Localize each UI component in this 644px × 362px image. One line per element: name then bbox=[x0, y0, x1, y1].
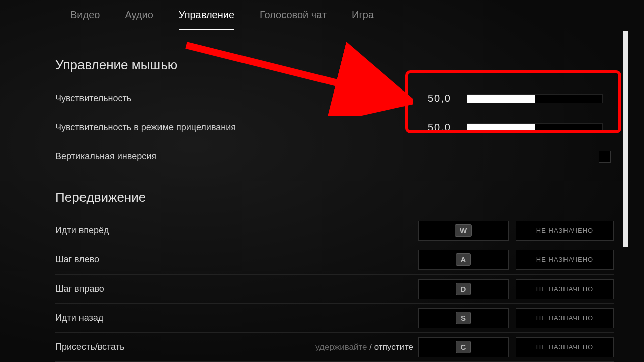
bind-primary-move-back[interactable]: S bbox=[418, 308, 509, 328]
row-strafe-left: Шаг влево A НЕ НАЗНАЧЕНО bbox=[55, 245, 614, 275]
value-ads-sensitivity: 50,0 bbox=[428, 122, 458, 133]
settings-panel: Управление мышью Чувствительность 50,0 Ч… bbox=[0, 30, 644, 362]
tab-video[interactable]: Видео bbox=[70, 9, 100, 30]
bind-secondary-move-back[interactable]: НЕ НАЗНАЧЕНО bbox=[516, 308, 614, 328]
label-strafe-left: Шаг влево bbox=[55, 254, 418, 265]
row-invert-y: Вертикальная инверсия bbox=[55, 142, 614, 171]
row-strafe-right: Шаг вправо D НЕ НАЗНАЧЕНО bbox=[55, 275, 614, 304]
label-move-back: Идти назад bbox=[55, 313, 418, 323]
slider-ads-sensitivity[interactable] bbox=[467, 123, 603, 132]
hint-crouch: удерживайте / отпустите bbox=[315, 342, 413, 352]
tab-audio[interactable]: Аудио bbox=[125, 9, 153, 30]
keycap-strafe-right: D bbox=[456, 283, 471, 295]
keycap-move-forward: W bbox=[455, 224, 472, 237]
bind-primary-crouch[interactable]: C bbox=[418, 337, 509, 357]
tab-controls[interactable]: Управление bbox=[179, 9, 234, 30]
row-ads-sensitivity: Чувствительность в режиме прицеливания 5… bbox=[55, 113, 614, 142]
keycap-strafe-left: A bbox=[456, 253, 471, 266]
tab-voicechat[interactable]: Голосовой чат bbox=[260, 9, 327, 30]
row-move-forward: Идти вперёд W НЕ НАЗНАЧЕНО bbox=[55, 216, 614, 245]
keycap-crouch: C bbox=[456, 341, 471, 353]
bind-secondary-strafe-right[interactable]: НЕ НАЗНАЧЕНО bbox=[516, 279, 614, 299]
section-title-mouse: Управление мышью bbox=[55, 57, 614, 73]
label-move-forward: Идти вперёд bbox=[55, 225, 418, 236]
bind-secondary-strafe-left[interactable]: НЕ НАЗНАЧЕНО bbox=[516, 250, 614, 270]
bind-secondary-crouch[interactable]: НЕ НАЗНАЧЕНО bbox=[516, 337, 614, 357]
row-move-back: Идти назад S НЕ НАЗНАЧЕНО bbox=[55, 304, 614, 333]
bind-primary-move-forward[interactable]: W bbox=[418, 221, 509, 241]
row-crouch: Присесть/встать удерживайте / отпустите … bbox=[55, 333, 614, 362]
bind-primary-strafe-right[interactable]: D bbox=[418, 279, 509, 299]
label-strafe-right: Шаг вправо bbox=[55, 284, 418, 294]
tab-game[interactable]: Игра bbox=[352, 9, 374, 30]
label-ads-sensitivity: Чувствительность в режиме прицеливания bbox=[55, 122, 428, 133]
label-sensitivity: Чувствительность bbox=[55, 93, 428, 104]
section-title-movement: Передвижение bbox=[55, 190, 614, 205]
slider-sensitivity[interactable] bbox=[467, 94, 603, 103]
bind-secondary-move-forward[interactable]: НЕ НАЗНАЧЕНО bbox=[516, 221, 614, 241]
label-crouch: Присесть/встать bbox=[55, 342, 315, 352]
row-sensitivity: Чувствительность 50,0 bbox=[55, 84, 614, 113]
keycap-move-back: S bbox=[456, 312, 471, 324]
checkbox-invert-y[interactable] bbox=[599, 151, 611, 163]
scrollbar[interactable] bbox=[623, 31, 628, 247]
bind-primary-strafe-left[interactable]: A bbox=[418, 250, 509, 270]
value-sensitivity: 50,0 bbox=[428, 93, 458, 104]
label-invert-y: Вертикальная инверсия bbox=[55, 151, 599, 162]
settings-tabs: Видео Аудио Управление Голосовой чат Игр… bbox=[0, 0, 644, 30]
